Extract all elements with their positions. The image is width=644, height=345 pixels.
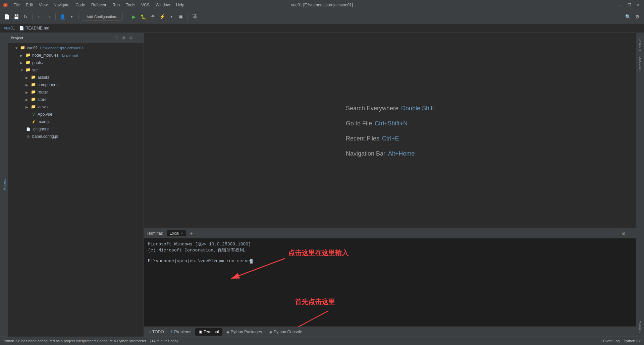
minimize-btn[interactable]: — [617, 3, 624, 7]
window-title: vue01 [E:\vuenodejsproject\vue01] [291, 3, 353, 7]
terminal-line3: E:\vuenodejsproject\vue01>npm run serve [148, 258, 632, 264]
run-btn[interactable]: ▶ [130, 13, 138, 21]
tab-problems[interactable]: ℹ Problems [168, 328, 195, 336]
svg-text:J: J [4, 3, 6, 7]
new-file-btn[interactable]: 📄 [3, 13, 11, 21]
debug-btn[interactable]: 🐛 [139, 13, 147, 21]
search-hints: Search Everywhere Double Shift Go to Fil… [346, 105, 434, 157]
annotation-text-2: 首先点击这里 [295, 298, 335, 305]
tree-store[interactable]: ▶ 📁 store [8, 96, 144, 103]
breadcrumb-sep1: › [16, 26, 18, 31]
coverage-btn[interactable]: ☂ [149, 13, 157, 21]
babel-label: babel.config.js [32, 134, 58, 139]
tree-views[interactable]: ▶ 📁 views [8, 103, 144, 111]
python-console-label: Python Console [274, 330, 302, 334]
gitignore-icon: 📄 [25, 126, 31, 132]
add-config-button[interactable]: Add Configuration... [83, 13, 123, 21]
sidebar-icon-project[interactable]: Project [1, 178, 8, 191]
forward-btn[interactable]: → [45, 13, 53, 21]
back-btn[interactable]: ← [35, 13, 43, 21]
terminal-label: Terminal: [147, 231, 163, 236]
menu-item-tools[interactable]: Tools [123, 2, 138, 8]
terminal-body[interactable]: Microsoft Windows [版本 10.0.25300.1000] (… [144, 238, 636, 327]
titlebar: J FileEditViewNavigateCodeRefactorRunToo… [0, 0, 644, 10]
src-label: src [32, 68, 38, 72]
menu-item-help[interactable]: Help [173, 2, 187, 8]
search-everywhere-btn[interactable]: 🔍 [624, 13, 632, 21]
views-icon: 📁 [31, 104, 36, 110]
menu-item-vcs[interactable]: VCS [139, 2, 152, 8]
translate-btn[interactable]: 译 [191, 13, 199, 21]
save-btn[interactable]: 💾 [12, 13, 20, 21]
recent-files-key: Ctrl+E [382, 135, 399, 142]
tree-public[interactable]: ▶ 📁 public [8, 59, 144, 66]
breadcrumb: vue01 › 📄 README.md [0, 23, 644, 33]
terminal-tab-close[interactable]: ✕ [180, 232, 183, 235]
menu-item-run[interactable]: Run [110, 2, 122, 8]
tab-python-console[interactable]: ◈ Python Console [266, 328, 306, 336]
tree-babel-config[interactable]: ▶ ⚙ babel.config.js [8, 133, 144, 140]
app-logo: J [3, 2, 8, 8]
app-vue-icon: V [31, 112, 36, 117]
terminal-tab-label2: Terminal [204, 330, 219, 334]
vcs-btn[interactable]: 👤 [58, 13, 66, 21]
close-btn[interactable]: ✕ [635, 3, 641, 7]
expand-all-btn[interactable]: ⊞ [121, 35, 126, 41]
profile-btn[interactable]: ⚡ [158, 13, 166, 21]
panel-minimize-btn[interactable]: — [136, 35, 141, 41]
menu-item-navigate[interactable]: Navigate [51, 2, 72, 8]
src-arrow: ▼ [20, 68, 25, 72]
recent-files-label: Recent Files [346, 135, 379, 142]
tree-components[interactable]: ▶ 📁 components [8, 81, 144, 89]
collapse-all-btn[interactable]: ⊡ [113, 35, 119, 41]
menu-item-window[interactable]: Window [153, 2, 173, 8]
terminal-tab-local[interactable]: Local ✕ [167, 230, 186, 236]
python-version-label: Python 3.8 [624, 339, 641, 343]
terminal-minimize-btn[interactable]: — [629, 231, 633, 236]
terminal-settings-btn[interactable]: ⚙ [622, 231, 626, 236]
python-console-icon: ◈ [269, 330, 272, 334]
breadcrumb-vue01[interactable]: vue01 [4, 26, 15, 31]
menu-item-code[interactable]: Code [73, 2, 88, 8]
node-modules-sublabel: library root [61, 53, 78, 57]
node-modules-arrow: ▶ [20, 54, 25, 57]
sync-btn[interactable]: ↻ [21, 13, 30, 21]
tab-terminal[interactable]: ▣ Terminal [195, 328, 222, 336]
components-label: components [38, 82, 59, 87]
menu-item-file[interactable]: File [11, 2, 22, 8]
tree-node-modules[interactable]: ▶ 📁 node_modules library root [8, 52, 144, 59]
right-strip-database[interactable]: Database [637, 54, 643, 73]
views-label: views [38, 105, 48, 109]
right-strip-sciview[interactable]: SciView [637, 318, 643, 335]
menu-item-view[interactable]: View [36, 2, 50, 8]
menu-item-refactor[interactable]: Refactor [89, 2, 109, 8]
tree-router[interactable]: ▶ 📁 router [8, 89, 144, 96]
breadcrumb-readme[interactable]: README.md [25, 26, 49, 31]
maximize-btn[interactable]: ❐ [626, 3, 633, 7]
terminal-icon: ▣ [199, 330, 202, 334]
python-packages-icon: ◈ [226, 330, 229, 334]
tab-todo[interactable]: ≡ TODO [145, 328, 167, 336]
tree-src[interactable]: ▼ 📁 src [8, 66, 144, 74]
right-strip-chatgpt[interactable]: ChatGPT [637, 34, 643, 54]
python-version-btn[interactable]: Python 3.8 [624, 339, 641, 343]
vcs-dropdown-btn[interactable]: ▼ [68, 13, 76, 21]
tree-assets[interactable]: ▶ 📁 assets [8, 74, 144, 81]
stop-btn[interactable]: ⏹ [177, 13, 185, 21]
settings-btn[interactable]: ⚙ [633, 13, 641, 21]
tree-gitignore[interactable]: ▶ 📄 .gitignore [8, 125, 144, 133]
tree-app-vue[interactable]: ▶ V App.vue [8, 111, 144, 118]
gitignore-label: .gitignore [32, 127, 49, 131]
panel-settings-btn[interactable]: ⚙ [128, 35, 133, 41]
tree-main-js[interactable]: ▶ ⚡ main.js [8, 118, 144, 125]
tab-python-packages[interactable]: ◈ Python Packages [223, 328, 265, 336]
more-run-btn[interactable]: ▼ [167, 13, 175, 21]
store-icon: 📁 [31, 97, 36, 102]
root-label: vue01 [27, 46, 38, 50]
statusbar-message: Python 3.8 has been configured as a proj… [3, 339, 178, 343]
menu-item-edit[interactable]: Edit [23, 2, 36, 8]
search-everywhere-key: Double Shift [401, 105, 434, 112]
terminal-add-btn[interactable]: + [190, 231, 193, 236]
tree-root[interactable]: ▼ 📁 vue01 E:\vuenodejsproject\vue01 [8, 44, 144, 52]
event-log-btn[interactable]: 1 Event Log [600, 339, 620, 343]
